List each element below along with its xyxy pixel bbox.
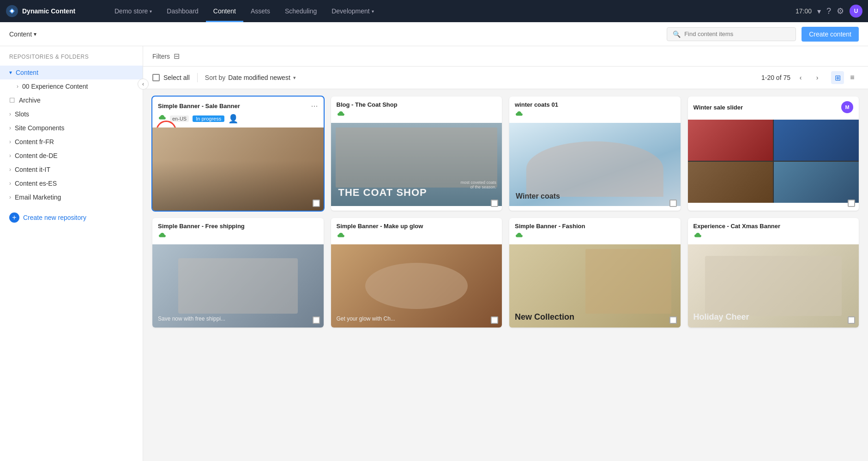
filter-icon[interactable]: ⊟ [174, 52, 180, 61]
box-icon: ☐ [9, 97, 15, 104]
sidebar-item-content[interactable]: ▾ Content [0, 66, 143, 79]
chevron-down-icon: ▾ [293, 75, 296, 81]
time-display: 17:00 [796, 7, 812, 15]
nav-item-demo-store[interactable]: Demo store ▾ [107, 0, 159, 22]
card-image: Get your glow with Ch... [331, 244, 502, 328]
card-header: Simple Banner - Free shipping [152, 218, 324, 232]
card-title: Simple Banner - Make up glow [337, 223, 497, 230]
chevron-right-icon: › [9, 139, 11, 145]
cloud-icon [693, 232, 702, 241]
card-image: Holiday Cheer [688, 244, 859, 328]
card-image [688, 120, 859, 203]
holiday-text: Holiday Cheer [693, 312, 749, 322]
card-header: Winter sale slider M [688, 97, 859, 116]
pagination-next-button[interactable]: › [811, 71, 824, 84]
sidebar-item-archive[interactable]: ☐ Archive [0, 93, 143, 107]
card-image-wrap: most coveted coatsof the season. THE COA… [331, 123, 502, 206]
content-card-8[interactable]: Experience - Cat Xmas Banner Holiday Che… [688, 218, 859, 328]
main-layout: Repositories & folders ▾ Content › 00 Ex… [0, 46, 868, 461]
nav-item-scheduling[interactable]: Scheduling [277, 0, 324, 22]
card-footer [313, 200, 320, 207]
help-icon[interactable]: ? [826, 6, 831, 16]
content-card-4[interactable]: Winter sale slider M [688, 97, 859, 211]
nav-item-assets[interactable]: Assets [243, 0, 277, 22]
create-repository-button[interactable]: + Create new repository [0, 208, 143, 227]
card-title: Simple Banner - Free shipping [158, 223, 318, 230]
chevron-right-icon: › [9, 152, 11, 159]
card-header: winter coats 01 [509, 97, 681, 111]
search-input[interactable] [684, 30, 790, 37]
card-image [152, 127, 324, 211]
status-badge: In progress [193, 115, 224, 122]
list-view-button[interactable]: ≡ [846, 71, 859, 84]
chevron-right-icon: › [17, 83, 18, 90]
svg-point-1 [11, 10, 13, 12]
content-card-6[interactable]: Simple Banner - Make up glow Get your gl… [331, 218, 502, 328]
create-content-button[interactable]: Create content [802, 27, 859, 42]
new-collection-text: New Collection [515, 312, 574, 322]
card-image-wrap: Save now with free shippi... [152, 244, 324, 328]
card-checkbox[interactable] [848, 200, 855, 207]
card-header: Blog - The Coat Shop [331, 97, 502, 111]
card-checkbox[interactable] [491, 316, 498, 324]
cloud-icon [337, 111, 345, 119]
sidebar-item-experience-content[interactable]: › 00 Experience Content [0, 79, 143, 93]
filters-bar: Filters ⊟ [143, 46, 868, 67]
card-overlay-text: Get your glow with Ch... [337, 315, 395, 322]
content-card-5[interactable]: Simple Banner - Free shipping Save now w… [152, 218, 324, 328]
grid-view-button[interactable]: ⊞ [831, 71, 844, 84]
content-card-1[interactable]: Simple Banner - Sale Banner ··· en-US In… [152, 97, 324, 211]
card-image: New Collection [509, 244, 681, 328]
pagination-info: 1-20 of 75 ‹ › [761, 71, 824, 84]
content-card-3[interactable]: winter coats 01 Winter coats [509, 97, 681, 211]
chevron-right-icon: › [9, 111, 11, 117]
time-chevron-icon[interactable]: ▾ [817, 7, 821, 16]
winter-coats-text: Winter coats [516, 192, 560, 200]
sidebar-item-content-es[interactable]: › Content es-ES [0, 176, 143, 190]
card-checkbox[interactable] [669, 316, 677, 324]
pagination-prev-button[interactable]: ‹ [794, 71, 807, 84]
sidebar-item-content-it[interactable]: › Content it-IT [0, 163, 143, 176]
sort-control[interactable]: Sort by Date modified newest ▾ [205, 74, 296, 81]
toolbar: Select all Sort by Date modified newest … [143, 67, 868, 89]
card-checkbox[interactable] [491, 200, 498, 207]
card-checkbox[interactable] [313, 200, 320, 207]
sidebar-item-site-components[interactable]: › Site Components [0, 121, 143, 135]
content-breadcrumb-button[interactable]: Content ▾ [9, 30, 36, 38]
card-header: Simple Banner - Fashion [509, 218, 681, 232]
chevron-right-icon: › [9, 194, 11, 200]
card-checkbox[interactable] [848, 316, 855, 324]
card-image-wrap: Winter coats [509, 123, 681, 206]
user-avatar[interactable]: U [850, 5, 862, 18]
checkbox-icon[interactable] [152, 74, 160, 81]
card-meta [688, 232, 859, 244]
content-card-2[interactable]: Blog - The Coat Shop most coveted coatso… [331, 97, 502, 211]
sort-label: Sort by [205, 74, 225, 81]
select-all-checkbox[interactable]: Select all [152, 74, 190, 81]
sidebar-item-content-de[interactable]: › Content de-DE [0, 149, 143, 163]
cloud-icon [515, 232, 523, 241]
cloud-icon [158, 115, 166, 123]
content-card-7[interactable]: Simple Banner - Fashion New Collection [509, 218, 681, 328]
card-image-wrap: Get your glow with Ch... [331, 244, 502, 328]
sidebar-item-slots[interactable]: › Slots [0, 107, 143, 121]
search-box[interactable]: 🔍 [667, 27, 796, 41]
card-meta [688, 116, 859, 120]
toolbar-divider [197, 73, 198, 82]
avatar: M [841, 101, 853, 113]
locale-badge: en-US [170, 115, 189, 122]
card-checkbox[interactable] [313, 316, 320, 324]
sidebar-collapse-button[interactable]: ‹ [138, 79, 149, 90]
sidebar-item-content-fr[interactable]: › Content fr-FR [0, 135, 143, 149]
chevron-down-icon: ▾ [9, 69, 12, 76]
card-image: Save now with free shippi... [152, 244, 324, 328]
card-checkbox[interactable] [669, 200, 677, 207]
sidebar-item-email-marketing[interactable]: › Email Marketing [0, 190, 143, 204]
nav-item-content[interactable]: Content [206, 0, 243, 22]
app-logo[interactable]: Dynamic Content [6, 5, 107, 18]
nav-item-dashboard[interactable]: Dashboard [159, 0, 206, 22]
nav-item-development[interactable]: Development ▾ [324, 0, 381, 22]
settings-icon[interactable]: ⚙ [837, 6, 844, 16]
card-menu-button[interactable]: ··· [311, 101, 318, 111]
card-header: Experience - Cat Xmas Banner [688, 218, 859, 232]
